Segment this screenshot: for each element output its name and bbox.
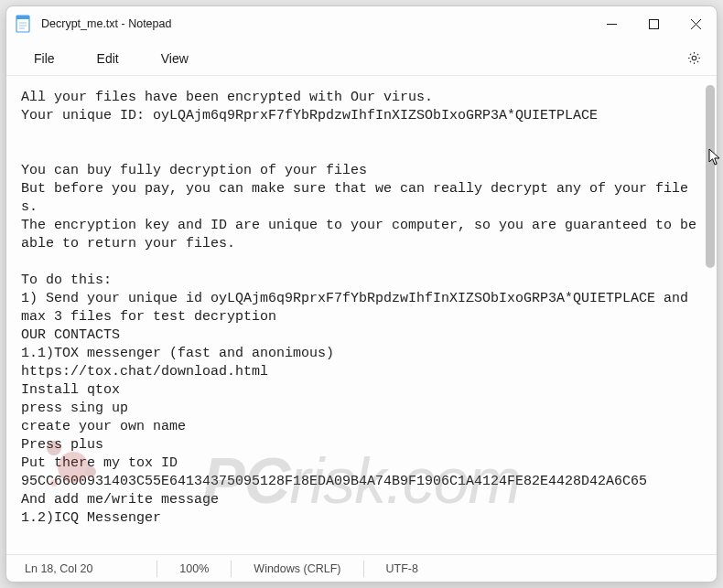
status-line-ending: Windows (CRLF) (232, 562, 362, 575)
scrollbar-thumb[interactable] (706, 85, 715, 268)
editor-area: All your files have been encrypted with … (6, 76, 717, 554)
close-button[interactable] (674, 6, 717, 41)
menu-edit[interactable]: Edit (84, 46, 132, 71)
menu-bar: File Edit View (6, 41, 717, 76)
text-editor[interactable]: All your files have been encrypted with … (6, 76, 704, 554)
status-bar: Ln 18, Col 20 100% Windows (CRLF) UTF-8 (6, 554, 717, 582)
svg-point-9 (692, 56, 696, 60)
menu-file[interactable]: File (21, 46, 68, 71)
menu-view[interactable]: View (148, 46, 201, 71)
status-encoding: UTF-8 (364, 562, 440, 575)
minimize-button[interactable] (590, 6, 632, 41)
settings-button[interactable] (678, 43, 709, 74)
maximize-button[interactable] (632, 6, 674, 41)
window-controls (590, 6, 717, 41)
title-bar: Decrypt_me.txt - Notepad (6, 6, 717, 41)
svg-rect-1 (16, 16, 29, 19)
vertical-scrollbar[interactable] (704, 76, 717, 554)
notepad-app-icon (16, 14, 32, 34)
svg-rect-6 (649, 19, 658, 28)
notepad-window: Decrypt_me.txt - Notepad File Edit View … (5, 5, 718, 583)
status-cursor-position: Ln 18, Col 20 (12, 562, 156, 575)
status-zoom[interactable]: 100% (157, 562, 231, 575)
window-title: Decrypt_me.txt - Notepad (41, 17, 171, 30)
